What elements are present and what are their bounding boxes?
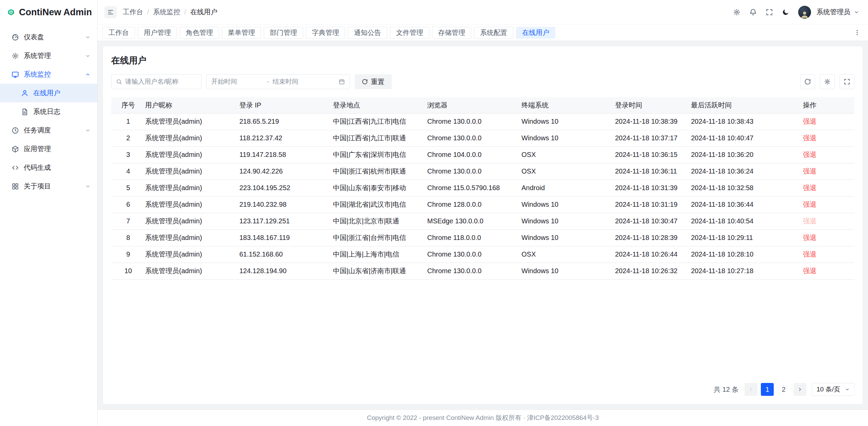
search-icon bbox=[116, 79, 122, 85]
dark-mode-toggle[interactable] bbox=[778, 5, 793, 19]
sidebar-item[interactable]: 系统管理 bbox=[0, 46, 97, 65]
browser: Chrome 130.0.0.0 bbox=[427, 130, 521, 146]
os: Windows 10 bbox=[521, 113, 615, 130]
tab[interactable]: 工作台 bbox=[102, 27, 135, 39]
settings-button[interactable] bbox=[730, 5, 744, 19]
table-row: 10系统管理员(admin)124.128.194.90中国|山东省|济南市|联… bbox=[111, 263, 854, 279]
tab[interactable]: 通知公告 bbox=[348, 27, 387, 39]
sidebar-item-label: 系统日志 bbox=[33, 107, 60, 116]
user-nickname: 系统管理员(admin) bbox=[145, 196, 239, 213]
fullscreen-icon bbox=[844, 78, 850, 85]
tab[interactable]: 角色管理 bbox=[180, 27, 219, 39]
logo[interactable]: ContiNew Admin bbox=[0, 0, 97, 24]
row-index: 1 bbox=[111, 113, 145, 130]
online-users-table: 序号用户昵称登录 IP登录地点浏览器终端系统登录时间最后活跃时间操作 1系统管理… bbox=[111, 97, 854, 280]
force-logout-link[interactable]: 强退 bbox=[803, 267, 816, 275]
avatar[interactable] bbox=[798, 6, 811, 19]
clock-icon bbox=[12, 127, 19, 134]
table-row: 4系统管理员(admin)124.90.42.226中国|浙江省|杭州市|联通C… bbox=[111, 163, 854, 180]
browser: MSEdge 130.0.0.0 bbox=[427, 213, 521, 229]
pagination-page-2[interactable]: 2 bbox=[777, 383, 790, 396]
tab[interactable]: 文件管理 bbox=[390, 27, 429, 39]
reset-button[interactable]: 重置 bbox=[355, 74, 392, 89]
log-icon bbox=[21, 108, 28, 116]
page-content: 在线用户 开始时间 - 结束时间 重置 bbox=[98, 41, 868, 409]
tabs-more-button[interactable] bbox=[851, 26, 863, 39]
last-active-time: 2024-11-18 10:36:44 bbox=[691, 196, 803, 213]
force-logout-link[interactable]: 强退 bbox=[803, 201, 816, 208]
breadcrumb-item[interactable]: 工作台 bbox=[123, 7, 143, 17]
login-ip: 219.140.232.98 bbox=[239, 196, 333, 213]
login-ip: 61.152.168.60 bbox=[239, 246, 333, 263]
table-settings-button[interactable] bbox=[820, 74, 835, 89]
force-logout-link[interactable]: 强退 bbox=[803, 167, 816, 175]
table-fullscreen-button[interactable] bbox=[840, 74, 854, 89]
chevron-down-icon[interactable] bbox=[854, 9, 859, 15]
table-row: 8系统管理员(admin)183.148.167.119中国|浙江省|台州市|电… bbox=[111, 229, 854, 246]
sidebar-item[interactable]: 任务调度 bbox=[0, 121, 97, 140]
user-name[interactable]: 系统管理员 bbox=[816, 7, 850, 17]
login-location: 中国|北京|北京市|联通 bbox=[333, 213, 427, 229]
sidebar-item[interactable]: 在线用户 bbox=[0, 84, 97, 102]
search-input[interactable] bbox=[125, 78, 197, 85]
user-nickname: 系统管理员(admin) bbox=[145, 180, 239, 196]
browser: Chrome 104.0.0.0 bbox=[427, 146, 521, 163]
row-index: 2 bbox=[111, 130, 145, 146]
toolbar: 开始时间 - 结束时间 重置 bbox=[111, 74, 854, 89]
login-location: 中国|浙江省|杭州市|联通 bbox=[333, 163, 427, 180]
row-index: 7 bbox=[111, 213, 145, 229]
login-location: 中国|广东省|深圳市|电信 bbox=[333, 146, 427, 163]
tab[interactable]: 字典管理 bbox=[306, 27, 345, 39]
tab[interactable]: 部门管理 bbox=[264, 27, 303, 39]
sidebar-item[interactable]: 代码生成 bbox=[0, 158, 97, 177]
last-active-time: 2024-11-18 10:29:11 bbox=[691, 229, 803, 246]
pagination-prev-button[interactable] bbox=[745, 383, 757, 396]
refresh-icon bbox=[362, 79, 368, 85]
user-nickname: 系统管理员(admin) bbox=[145, 246, 239, 263]
tab[interactable]: 存储管理 bbox=[432, 27, 471, 39]
pagination-page-1[interactable]: 1 bbox=[761, 383, 774, 396]
force-logout-link[interactable]: 强退 bbox=[803, 134, 816, 142]
tab[interactable]: 在线用户 bbox=[516, 27, 555, 39]
login-ip: 183.148.167.119 bbox=[239, 229, 333, 246]
sidebar-item-label: 任务调度 bbox=[24, 126, 51, 135]
breadcrumb-item[interactable]: 在线用户 bbox=[190, 7, 217, 17]
moon-icon bbox=[782, 8, 789, 16]
page-size-select[interactable]: 10 条/页 bbox=[812, 383, 854, 396]
sidebar-item[interactable]: 系统日志 bbox=[0, 102, 97, 121]
force-logout-link: 强退 bbox=[803, 217, 816, 225]
login-time: 2024-11-18 10:31:39 bbox=[615, 180, 691, 196]
force-logout-link[interactable]: 强退 bbox=[803, 234, 816, 241]
tab[interactable]: 系统配置 bbox=[474, 27, 513, 39]
column-header: 操作 bbox=[803, 97, 854, 113]
sidebar-item[interactable]: 应用管理 bbox=[0, 140, 97, 158]
pagination-pages: 12 bbox=[761, 383, 790, 396]
sidebar-menu: 仪表盘系统管理系统监控在线用户系统日志任务调度应用管理代码生成关于项目 bbox=[0, 24, 97, 196]
browser: Chrome 130.0.0.0 bbox=[427, 263, 521, 279]
fullscreen-button[interactable] bbox=[762, 5, 776, 19]
settings-icon bbox=[12, 52, 19, 60]
sidebar-item[interactable]: 仪表盘 bbox=[0, 28, 97, 46]
pagination-next-button[interactable] bbox=[793, 383, 806, 396]
browser: Chrome 130.0.0.0 bbox=[427, 113, 521, 130]
login-time: 2024-11-18 10:36:15 bbox=[615, 146, 691, 163]
row-index: 5 bbox=[111, 180, 145, 196]
chevron-left-icon bbox=[748, 387, 754, 392]
sidebar-item[interactable]: 关于项目 bbox=[0, 177, 97, 196]
notifications-button[interactable] bbox=[746, 5, 760, 19]
force-logout-link[interactable]: 强退 bbox=[803, 151, 816, 158]
breadcrumb-item[interactable]: 系统监控 bbox=[153, 7, 180, 17]
search-box[interactable] bbox=[111, 74, 201, 89]
date-range-picker[interactable]: 开始时间 - 结束时间 bbox=[206, 74, 350, 89]
force-logout-link[interactable]: 强退 bbox=[803, 118, 816, 125]
force-logout-link[interactable]: 强退 bbox=[803, 184, 816, 191]
tab[interactable]: 菜单管理 bbox=[222, 27, 261, 39]
force-logout-link[interactable]: 强退 bbox=[803, 250, 816, 258]
user-nickname: 系统管理员(admin) bbox=[145, 113, 239, 130]
column-header: 终端系统 bbox=[521, 97, 615, 113]
sidebar-collapse-button[interactable] bbox=[104, 6, 117, 18]
sidebar-item[interactable]: 系统监控 bbox=[0, 65, 97, 84]
tab[interactable]: 用户管理 bbox=[138, 27, 177, 39]
date-range-separator: - bbox=[267, 78, 269, 85]
table-refresh-button[interactable] bbox=[800, 74, 815, 89]
